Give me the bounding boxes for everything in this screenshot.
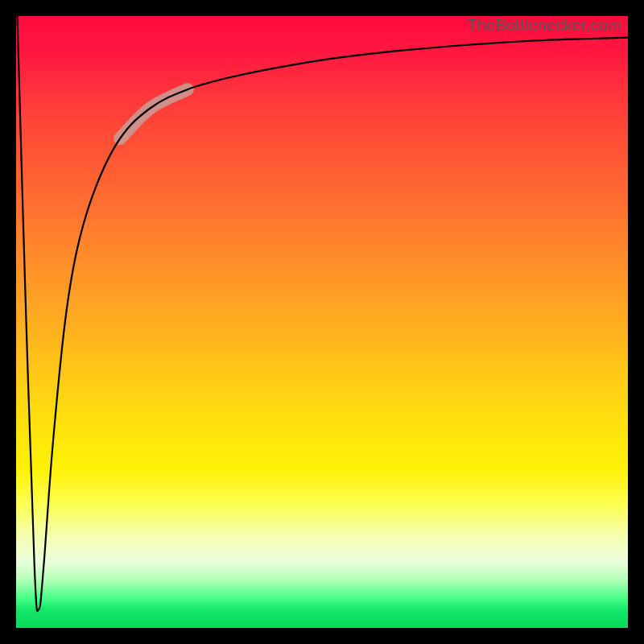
attribution-text: TheBottlenecker.com <box>467 16 621 35</box>
plot-area: TheBottlenecker.com <box>16 16 628 628</box>
background-gradient <box>16 16 628 628</box>
chart-frame: TheBottlenecker.com <box>0 0 644 644</box>
